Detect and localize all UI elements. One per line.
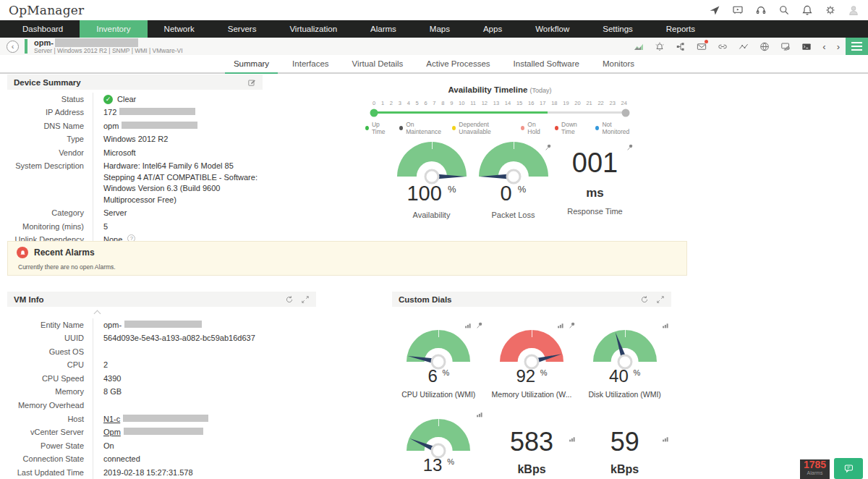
- pin-icon[interactable]: [475, 321, 484, 329]
- device-accent-bar: [25, 39, 27, 54]
- device-subtitle: Server | Windows 2012 R2 | SNMP | WMI | …: [34, 48, 183, 54]
- nav-item-maps[interactable]: Maps: [413, 20, 467, 38]
- line-graph-icon[interactable]: [737, 41, 750, 52]
- field-power-state: Power StateOn: [7, 439, 316, 453]
- user-avatar[interactable]: [847, 4, 859, 17]
- dial-cpu-utilization-wmi: 6 % CPU Utilization (WMI): [392, 320, 485, 399]
- prev-device-chevron[interactable]: ‹: [821, 41, 827, 52]
- field-monitoring: Monitoring (mins)5: [7, 220, 263, 234]
- chat-icon: [843, 464, 854, 474]
- vcenter-link[interactable]: Opm: [103, 427, 121, 438]
- expand-icon[interactable]: [656, 295, 665, 304]
- packet-loss-gauge: 0 % Packet Loss: [472, 142, 554, 219]
- legend-up-time: Up Time: [365, 121, 391, 135]
- packet-loss-label: Packet Loss: [472, 211, 554, 219]
- bar-chart-icon[interactable]: [475, 410, 484, 418]
- app-header: OpManager: [0, 0, 868, 20]
- pin-icon[interactable]: [626, 143, 634, 151]
- recent-alarms-panel: Recent Alarms Currently there are no ope…: [7, 241, 687, 276]
- nav-item-alarms[interactable]: Alarms: [354, 20, 413, 38]
- device-name[interactable]: opm-: [34, 38, 54, 47]
- refresh-icon[interactable]: [640, 295, 649, 304]
- nav-item-apps[interactable]: Apps: [467, 20, 519, 38]
- gear-icon[interactable]: [824, 4, 836, 17]
- nav-item-servers[interactable]: Servers: [211, 20, 273, 38]
- training-icon[interactable]: [731, 4, 744, 17]
- timeline-title: Availability Timeline (Today): [365, 85, 634, 94]
- tab-active-processes[interactable]: Active Processes: [417, 55, 498, 74]
- availability-gauge: 100 % Availability: [391, 142, 472, 219]
- alarm-count-badge[interactable]: 1785 Alarms: [800, 459, 830, 479]
- recent-alarms-title: Recent Alarms: [34, 247, 95, 258]
- nav-item-reports[interactable]: Reports: [650, 20, 712, 38]
- bar-chart-icon[interactable]: [568, 435, 576, 443]
- nav-item-dashboard[interactable]: Dashboard: [6, 20, 80, 38]
- refresh-icon[interactable]: [285, 295, 294, 304]
- bar-chart-icon[interactable]: [661, 321, 670, 329]
- custom-dials-panel: Custom Dials 6 % CPU Utilization (WMI) 9…: [392, 292, 671, 479]
- alarm-bell-icon[interactable]: [653, 41, 666, 52]
- tab-installed-software[interactable]: Installed Software: [505, 55, 588, 74]
- timeline-legend: Up Time On Maintenance Dependent Unavail…: [365, 121, 634, 135]
- tab-monitors[interactable]: Monitors: [594, 55, 643, 74]
- terminal-icon[interactable]: [800, 41, 813, 52]
- tab-summary[interactable]: Summary: [225, 55, 278, 74]
- field-ip-address: IP Address172: [7, 106, 263, 120]
- edit-icon[interactable]: [247, 78, 256, 87]
- status-clear-icon: ✓: [103, 95, 113, 104]
- packet-loss-value: 0 %: [472, 183, 554, 204]
- redacted-entity-name: [124, 321, 202, 328]
- device-summary-header: Device Summary: [7, 75, 263, 90]
- globe-icon[interactable]: [758, 41, 771, 52]
- dial-network-usage: 59 kBps Network Usage (VIWeb...: [578, 409, 671, 479]
- device-config-icon[interactable]: [779, 41, 792, 52]
- nav-item-workflow[interactable]: Workflow: [519, 20, 586, 38]
- field-memory: Memory8 GB: [7, 386, 316, 399]
- dial-cpu-utilization-viweb: 13 % CPU Utilization (VIWeb...: [392, 409, 485, 479]
- tab-interfaces[interactable]: Interfaces: [284, 55, 338, 74]
- nav-item-settings[interactable]: Settings: [586, 20, 650, 38]
- redacted-device-name: [55, 38, 138, 47]
- field-category: CategoryServer: [7, 207, 263, 221]
- legend-dependent-unavailable: Dependent Unavailable: [452, 121, 512, 135]
- bar-chart-icon[interactable]: [464, 321, 472, 329]
- status-value: Clear: [117, 94, 136, 105]
- bar-chart-icon[interactable]: [556, 321, 565, 329]
- dial-disk-utilization-wmi: 40 % Disk Utilization (WMI): [578, 320, 671, 399]
- chat-button[interactable]: [834, 458, 863, 479]
- timeline-subtitle: (Today): [530, 87, 552, 94]
- collapse-caret[interactable]: [7, 307, 316, 315]
- redacted-dns: [122, 122, 197, 129]
- response-time-tile: 001 ms Response Time: [554, 142, 636, 219]
- next-device-chevron[interactable]: ›: [835, 41, 841, 52]
- nav-item-virtualization[interactable]: Virtualization: [273, 20, 354, 38]
- opmanager-logo: OpManager: [9, 3, 84, 17]
- headset-icon[interactable]: [754, 4, 767, 17]
- main-nav: Dashboard Inventory Network Servers Virt…: [0, 20, 868, 38]
- response-time-label: Response Time: [554, 207, 636, 216]
- field-system-description: System DescriptionHardware: Intel64 Fami…: [7, 160, 263, 207]
- tab-virtual-details[interactable]: Virtual Details: [344, 55, 412, 74]
- field-uuid: UUID564d093e-5e43-a193-a082-bc59ab16d637: [7, 332, 316, 346]
- timeline-track[interactable]: [374, 111, 626, 114]
- nav-item-network[interactable]: Network: [148, 20, 211, 38]
- pin-icon[interactable]: [568, 321, 576, 329]
- link-icon[interactable]: [716, 41, 729, 52]
- mail-icon[interactable]: [695, 41, 708, 52]
- search-icon[interactable]: [778, 4, 790, 17]
- device-menu-button[interactable]: [846, 38, 868, 55]
- availability-value: 100 %: [391, 183, 472, 204]
- vm-info-header: VM Info: [7, 292, 316, 307]
- bar-chart-icon[interactable]: [661, 435, 670, 443]
- timeline-ticks: 0123456789101112131415161718192021222324: [373, 100, 627, 106]
- alarm-count: 1785: [800, 459, 830, 470]
- expand-icon[interactable]: [301, 295, 310, 304]
- performance-chart-icon[interactable]: [632, 41, 645, 52]
- host-link[interactable]: N1-c: [103, 414, 120, 425]
- send-icon[interactable]: [708, 4, 720, 17]
- back-button[interactable]: ‹: [7, 41, 19, 53]
- dial-memory-utilization: 92 % Memory Utilization (W...: [485, 320, 579, 399]
- bell-icon[interactable]: [801, 4, 813, 17]
- nav-item-inventory[interactable]: Inventory: [80, 20, 147, 38]
- topology-icon[interactable]: [674, 41, 687, 52]
